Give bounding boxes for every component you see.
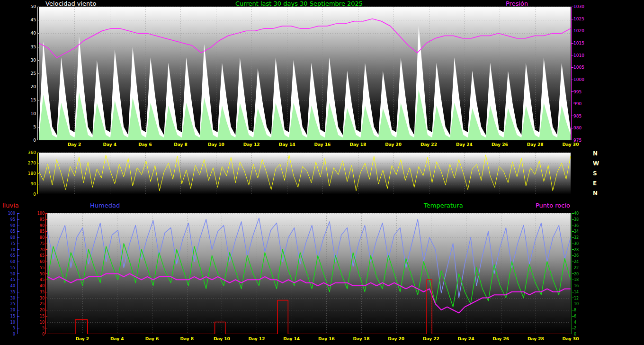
- day-tick-label: Day 18: [349, 142, 366, 147]
- day-tick-label: Day 10: [214, 336, 230, 341]
- axis-tick-label: 34: [574, 229, 586, 234]
- axis-tick-label: 30: [574, 242, 586, 246]
- axis-tick-label: 90: [29, 224, 45, 228]
- day-tick-label: Day 4: [103, 142, 116, 147]
- axis-tick-label: 1025: [573, 17, 588, 21]
- axis-tick-label: 38: [574, 218, 586, 222]
- compass-letter: W: [593, 160, 599, 167]
- axis-tick-label: 1010: [573, 54, 588, 58]
- humidity-axis-ruler: [17, 213, 19, 334]
- axis-tick-label: 15: [25, 98, 36, 102]
- axis-tick-label: 28: [574, 248, 586, 252]
- axis-tick-label: 45: [25, 18, 36, 22]
- axis-tick-label: 20: [25, 85, 36, 89]
- day-tick-label: Day 16: [318, 336, 335, 341]
- axis-tick-label: 0: [29, 332, 45, 336]
- humidity-temperature-chart: [47, 213, 571, 334]
- axis-tick-label: 30: [29, 296, 45, 300]
- axis-tick-label: 40: [574, 211, 586, 216]
- axis-tick-label: 14: [574, 290, 586, 294]
- axis-tick-label: 15: [2, 314, 15, 318]
- direction-axis-ticks: 090180270360: [25, 153, 36, 194]
- axis-tick-label: 45: [29, 278, 45, 282]
- axis-tick-label: 10: [29, 320, 45, 325]
- axis-tick-label: 75: [29, 242, 45, 246]
- axis-tick-label: 1015: [573, 41, 588, 45]
- axis-tick-label: 30: [25, 58, 36, 63]
- axis-tick-label: 8: [574, 308, 586, 312]
- day-tick-label: Day 24: [458, 336, 474, 341]
- axis-tick-label: 90: [2, 224, 15, 228]
- rain-label: lluvia: [2, 202, 19, 209]
- axis-tick-label: 995: [573, 90, 588, 94]
- day-tick-label: Day 26: [492, 336, 509, 341]
- axis-tick-label: 70: [29, 248, 45, 252]
- axis-tick-label: 35: [2, 290, 15, 294]
- axis-tick-label: 60: [2, 260, 15, 264]
- axis-tick-label: 1020: [573, 29, 588, 33]
- axis-tick-label: 985: [573, 114, 588, 118]
- axis-tick-label: 55: [29, 266, 45, 270]
- humidity-label: Humedad: [90, 202, 120, 209]
- day-tick-label: Day 30: [563, 336, 579, 341]
- day-tick-label: Day 18: [353, 336, 370, 341]
- axis-tick-label: 50: [29, 272, 45, 276]
- day-tick-label: Day 2: [75, 336, 89, 341]
- axis-tick-label: 95: [29, 218, 45, 222]
- axis-tick-label: 85: [2, 229, 15, 234]
- day-tick-label: Day 16: [314, 142, 331, 147]
- axis-tick-label: 65: [2, 254, 15, 258]
- axis-tick-label: 0: [574, 332, 586, 336]
- day-tick-label: Day 8: [180, 336, 194, 341]
- axis-tick-label: 50: [2, 272, 15, 276]
- wind-axis-ticks: 05101520253035404550: [25, 7, 36, 140]
- day-tick-label: Day 12: [249, 336, 265, 341]
- day-tick-label: Day 30: [563, 142, 579, 147]
- axis-tick-label: 360: [25, 151, 36, 155]
- axis-tick-label: 1000: [573, 78, 588, 82]
- chart-title: Current last 30 days 30 Septiembre 2025: [235, 0, 363, 7]
- axis-tick-label: 25: [25, 72, 36, 76]
- axis-tick-label: 26: [574, 254, 586, 258]
- axis-tick-label: 85: [29, 229, 45, 234]
- temperature-axis-ticks: 0246810121416182022242628303234363840: [574, 213, 586, 334]
- day-tick-label: Day 20: [385, 142, 402, 147]
- day-tick-label: Day 6: [145, 336, 159, 341]
- axis-tick-label: 10: [574, 302, 586, 306]
- axis-tick-label: 990: [573, 102, 588, 106]
- axis-tick-label: 5: [2, 326, 15, 330]
- axis-tick-label: 32: [574, 236, 586, 240]
- axis-tick-label: 70: [2, 248, 15, 252]
- axis-tick-label: 0: [2, 332, 15, 336]
- axis-tick-label: 15: [29, 314, 45, 318]
- axis-tick-label: 65: [29, 254, 45, 258]
- axis-tick-label: 4: [574, 320, 586, 325]
- axis-tick-label: 0: [25, 192, 36, 197]
- axis-tick-label: 100: [2, 211, 15, 216]
- axis-tick-label: 980: [573, 126, 588, 130]
- axis-tick-label: 20: [574, 272, 586, 276]
- axis-tick-label: 75: [2, 242, 15, 246]
- axis-tick-label: 1030: [573, 5, 588, 9]
- axis-tick-label: 22: [574, 266, 586, 270]
- axis-tick-label: 36: [574, 224, 586, 228]
- axis-tick-label: 0: [25, 138, 36, 143]
- dewpoint-label: Punto rocío: [536, 202, 570, 209]
- axis-tick-label: 80: [29, 236, 45, 240]
- axis-tick-label: 40: [25, 31, 36, 36]
- day-tick-label: Day 28: [528, 336, 544, 341]
- axis-tick-label: 24: [574, 260, 586, 264]
- compass-letter: E: [593, 180, 597, 187]
- pressure-axis-ticks: 9759809859909951000100510101015102010251…: [573, 7, 588, 140]
- axis-tick-label: 95: [2, 218, 15, 222]
- axis-tick-label: 180: [25, 172, 36, 176]
- axis-tick-label: 18: [574, 278, 586, 282]
- axis-tick-label: 60: [29, 260, 45, 264]
- wind-pressure-chart: [39, 7, 571, 140]
- axis-tick-label: 12: [574, 296, 586, 300]
- axis-tick-label: 25: [29, 302, 45, 306]
- axis-tick-label: 50: [25, 5, 36, 9]
- day-tick-label: Day 12: [243, 142, 260, 147]
- rain-axis-ticks: 0510152025303540455055606570758085909510…: [29, 213, 45, 334]
- axis-tick-label: 25: [2, 302, 15, 306]
